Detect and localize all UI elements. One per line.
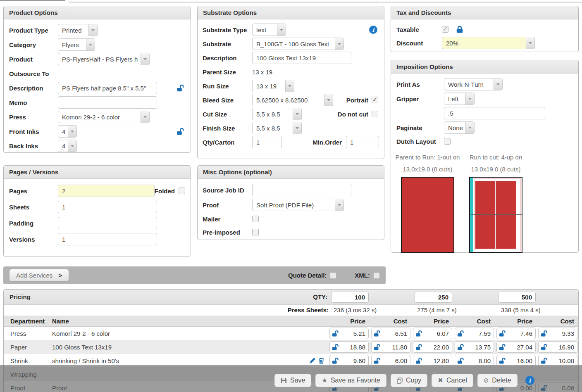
taxable-checkbox[interactable]: [442, 26, 448, 33]
unlock-icon[interactable]: [332, 357, 339, 364]
unlock-icon[interactable]: [374, 330, 381, 337]
quote-detail-checkbox[interactable]: [330, 272, 336, 279]
run-size-select[interactable]: 13 x 19: [252, 80, 294, 92]
unlock-icon[interactable]: [541, 357, 548, 364]
xml-checkbox[interactable]: [373, 272, 380, 279]
price-input[interactable]: 8.00: [455, 355, 494, 366]
unlock-icon[interactable]: [415, 344, 422, 351]
do-not-cut-checkbox[interactable]: [372, 111, 378, 117]
add-services-button[interactable]: Add Services >: [9, 269, 69, 282]
press-sheets-label: Press Sheets:: [234, 306, 329, 314]
unlock-icon[interactable]: [457, 344, 464, 351]
paginate-select[interactable]: None: [444, 121, 475, 134]
qty-input-2[interactable]: [415, 292, 452, 303]
save-as-favorite-button[interactable]: ★ Save as Favorite: [315, 374, 386, 387]
print-as-select[interactable]: Work-N-Turn: [444, 78, 503, 90]
bleed-size-row: Bleed Size 5.62500 x 8.62500 Portrait: [203, 94, 379, 106]
unlock-icon[interactable]: [374, 344, 381, 351]
cancel-x-icon: ✖: [438, 377, 443, 384]
unlock-icon[interactable]: [499, 357, 506, 364]
price-input[interactable]: 13.75: [455, 341, 494, 353]
cancel-button[interactable]: ✖ Cancel: [432, 374, 473, 387]
mailer-checkbox[interactable]: [252, 216, 259, 222]
price-input[interactable]: 6.07: [413, 328, 452, 339]
price-input[interactable]: 18.88: [329, 341, 369, 353]
price-input[interactable]: 22.00: [413, 341, 452, 353]
panel-title: Substrate Options: [198, 6, 384, 19]
product-type-select[interactable]: Printed: [58, 24, 98, 36]
price-input[interactable]: 16.00: [496, 355, 536, 366]
unlock-icon[interactable]: [332, 330, 339, 337]
unlock-icon[interactable]: [374, 357, 381, 364]
parent-to-run-image: [401, 177, 454, 253]
unlock-icon[interactable]: [499, 344, 506, 351]
bleed-size-select[interactable]: 5.62500 x 8.62500: [252, 94, 333, 106]
source-job-id-input[interactable]: [252, 184, 351, 196]
memo-input[interactable]: [58, 96, 157, 109]
edit-pencil-icon[interactable]: [309, 357, 316, 364]
unlock-icon[interactable]: [177, 84, 184, 92]
price-input[interactable]: 16.90: [538, 341, 577, 353]
versions-input[interactable]: [58, 233, 157, 245]
qty-input-3[interactable]: [498, 292, 536, 303]
padding-input[interactable]: [58, 217, 157, 229]
price-input[interactable]: 10.00: [538, 355, 577, 366]
substrate-type-select[interactable]: text: [252, 24, 286, 36]
price-input[interactable]: 5.21: [329, 328, 369, 339]
dutch-layout-label: Dutch Layout: [396, 138, 444, 145]
min-order-input[interactable]: [346, 136, 379, 148]
price-input[interactable]: 11.80: [371, 341, 410, 353]
sheets-label: Sheets: [9, 204, 58, 211]
folded-checkbox[interactable]: [179, 188, 185, 194]
unlock-icon[interactable]: [499, 330, 506, 337]
unlock-icon[interactable]: [177, 128, 184, 135]
sheets-input[interactable]: [58, 201, 157, 213]
press-select[interactable]: Komori 29-2 - 6 color: [58, 111, 150, 123]
pre-imposed-checkbox[interactable]: [252, 229, 259, 235]
chevron-down-icon: [88, 24, 97, 36]
finish-size-select[interactable]: 5.5 x 8.5: [252, 122, 302, 134]
discount-select[interactable]: 20%: [442, 37, 535, 49]
unlock-icon[interactable]: [541, 330, 548, 337]
info-icon[interactable]: i: [525, 376, 534, 385]
dutch-layout-checkbox[interactable]: [444, 138, 451, 145]
run-to-cut-preview: Run to cut: 4-up on 13.0x19.0 (8 cuts): [462, 152, 530, 253]
gripper-select[interactable]: Left: [444, 93, 475, 105]
price-input[interactable]: 7.46: [496, 328, 536, 339]
category-select[interactable]: Flyers: [58, 38, 95, 51]
cut-size-select[interactable]: 5.5 x 8.5: [252, 108, 302, 120]
portrait-checkbox[interactable]: [372, 97, 378, 103]
price-input[interactable]: 6.51: [371, 328, 410, 339]
copy-button[interactable]: Copy: [391, 374, 427, 387]
unlock-icon[interactable]: [415, 357, 422, 364]
price-input[interactable]: 9.60: [329, 355, 369, 366]
pages-input[interactable]: [58, 185, 155, 197]
price-input[interactable]: 7.59: [455, 328, 494, 339]
unlock-icon[interactable]: [415, 330, 422, 337]
trash-icon[interactable]: [318, 357, 324, 364]
proof-select[interactable]: Soft Proof (PDF File): [252, 199, 344, 211]
save-button[interactable]: Save: [274, 374, 311, 387]
unlock-icon[interactable]: [457, 357, 464, 364]
unlock-icon[interactable]: [332, 344, 339, 351]
info-icon[interactable]: i: [369, 26, 377, 34]
lock-icon[interactable]: [456, 25, 464, 33]
panel-title: Misc Options (optional): [198, 166, 384, 179]
unlock-icon[interactable]: [541, 344, 548, 351]
product-select[interactable]: PS-FlyersHalf - PS Flyers h: [58, 53, 150, 65]
back-inks-select[interactable]: 4: [58, 140, 77, 152]
gripper-offset-input[interactable]: [444, 107, 545, 119]
qty-input-1[interactable]: [331, 292, 369, 303]
unlock-icon[interactable]: [457, 330, 464, 337]
price-input[interactable]: 27.04: [496, 341, 536, 353]
price-input[interactable]: 6.00: [371, 355, 410, 366]
substrate-description-input[interactable]: [252, 52, 351, 64]
description-input[interactable]: [58, 82, 157, 94]
price-input[interactable]: 9.33: [538, 328, 577, 339]
price-input[interactable]: 12.80: [413, 355, 452, 366]
delete-button[interactable]: ⊘ Delete: [477, 374, 518, 387]
chevron-down-icon: [277, 24, 286, 36]
front-inks-select[interactable]: 4: [58, 125, 77, 138]
qty-carton-input[interactable]: [252, 136, 282, 148]
substrate-select[interactable]: B_100GT - 100 Gloss Text: [252, 38, 344, 50]
